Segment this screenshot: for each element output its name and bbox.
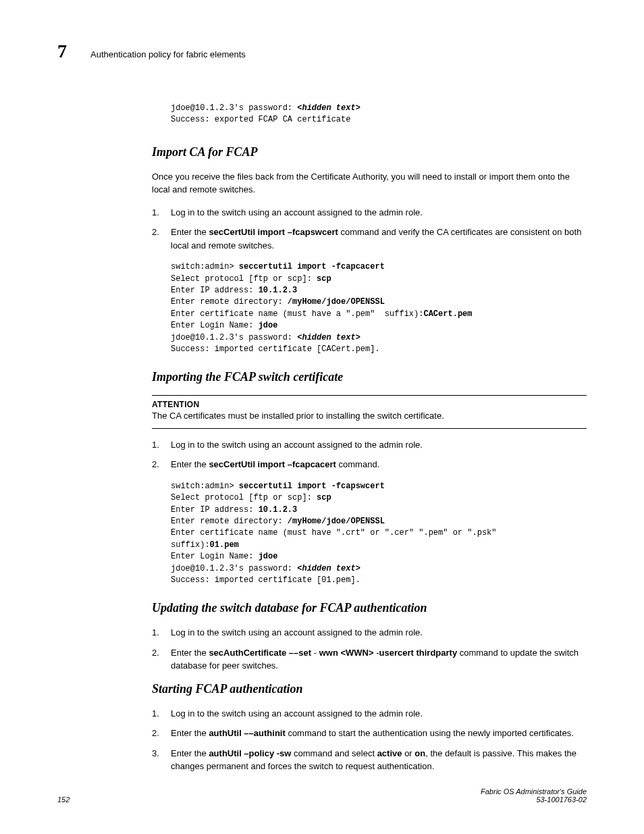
code-text: Enter remote directory:	[171, 297, 288, 307]
code-text: Enter remote directory:	[171, 517, 288, 526]
section-heading-updating-db: Updating the switch database for FCAP au…	[152, 601, 587, 615]
code-bold: 01.pem	[210, 540, 239, 550]
step-bold: wwn <WWN>	[319, 648, 374, 658]
section-heading-starting-fcap: Starting FCAP authentication	[152, 682, 587, 696]
steps-list: Log in to the switch using an account as…	[152, 626, 587, 673]
code-bold: jdoe	[259, 321, 278, 330]
code-bold: <hidden text>	[297, 103, 360, 113]
step-item: Enter the authUtil ––authinit command to…	[152, 727, 587, 740]
step-bold: usercert thirdparty	[379, 648, 458, 658]
step-text: command.	[336, 459, 379, 469]
step-bold: secCertUtil import –fcapswcert	[209, 227, 338, 237]
code-text: Enter IP address:	[171, 286, 259, 295]
step-text: or	[402, 748, 415, 758]
code-text: jdoe@10.1.2.3's password:	[171, 103, 297, 113]
step-item: Enter the secCertUtil import –fcapcacert…	[152, 458, 587, 471]
step-bold: on	[414, 748, 425, 758]
steps-list: Log in to the switch using an account as…	[152, 206, 587, 253]
step-text: -	[374, 648, 379, 658]
step-text: Log in to the switch using an account as…	[171, 708, 423, 719]
step-text: command and select	[291, 748, 377, 758]
attention-body: The CA certificates must be installed pr…	[152, 409, 587, 423]
attention-title: ATTENTION	[152, 400, 587, 409]
code-text: Success: imported certificate [01.pem].	[171, 575, 360, 585]
step-text: Enter the	[171, 227, 209, 237]
steps-list: Log in to the switch using an account as…	[152, 438, 587, 471]
code-bold: scp	[317, 274, 331, 284]
step-text: Enter the	[171, 728, 209, 738]
code-bold: jdoe	[259, 552, 278, 561]
code-block-top: jdoe@10.1.2.3's password: <hidden text> …	[171, 103, 587, 126]
code-text: suffix):	[171, 540, 210, 550]
step-text: command to start the authentication usin…	[286, 728, 574, 738]
code-text: switch:admin>	[171, 481, 239, 491]
code-bold: 10.1.2.3	[259, 286, 298, 295]
step-text: Log in to the switch using an account as…	[171, 627, 423, 637]
code-bold: 10.1.2.3	[259, 505, 298, 515]
step-text: Enter the	[171, 459, 209, 469]
step-item: Enter the secCertUtil import –fcapswcert…	[152, 226, 587, 252]
step-bold: active	[377, 748, 402, 758]
chapter-number: 7	[57, 41, 67, 62]
code-bold: seccertutil import -fcapswcert	[239, 481, 385, 491]
step-item: Log in to the switch using an account as…	[152, 626, 587, 640]
footer-docnum: 53-1001763-02	[481, 796, 587, 804]
step-text: Log in to the switch using an account as…	[171, 440, 423, 450]
code-text: Enter IP address:	[171, 505, 259, 515]
step-bold: secCertUtil import –fcapcacert	[209, 459, 336, 469]
section-heading-import-switch-cert: Importing the FCAP switch certificate	[152, 370, 587, 384]
attention-box: ATTENTION The CA certificates must be in…	[152, 395, 587, 429]
section-intro: Once you receive the files back from the…	[152, 170, 587, 197]
step-bold: authUtil ––authinit	[209, 728, 285, 738]
code-block-switch-cert: switch:admin> seccertutil import -fcapsw…	[171, 481, 587, 587]
step-item: Log in to the switch using an account as…	[152, 438, 587, 452]
code-text: switch:admin>	[171, 262, 239, 271]
code-bold: CACert.pem	[423, 309, 472, 319]
page-number: 152	[57, 796, 70, 804]
code-text: Select protocol [ftp or scp]:	[171, 493, 317, 502]
code-text: Success: imported certificate [CACert.pe…	[171, 344, 380, 354]
page-footer: 152 Fabric OS Administrator's Guide 53-1…	[57, 787, 587, 804]
step-text: -	[311, 648, 319, 658]
code-text: jdoe@10.1.2.3's password:	[171, 564, 297, 573]
step-bold: authUtil –policy -sw	[209, 748, 291, 758]
section-heading-import-ca: Import CA for FCAP	[152, 145, 587, 159]
code-bold: /myHome/jdoe/OPENSSL	[288, 517, 385, 526]
code-text: jdoe@10.1.2.3's password:	[171, 333, 297, 342]
step-text: Enter the	[171, 748, 209, 758]
step-bold: secAuthCertificate ––set	[209, 648, 311, 658]
step-text: Enter the	[171, 648, 209, 658]
step-item: Log in to the switch using an account as…	[152, 707, 587, 721]
step-item: Log in to the switch using an account as…	[152, 206, 587, 219]
step-item: Enter the secAuthCertificate ––set - wwn…	[152, 646, 587, 673]
step-item: Enter the authUtil –policy -sw command a…	[152, 747, 587, 773]
code-bold: /myHome/jdoe/OPENSSL	[288, 297, 385, 307]
code-bold: seccertutil import -fcapcacert	[239, 262, 385, 271]
code-text: Select protocol [ftp or scp]:	[171, 274, 317, 284]
code-bold: <hidden text>	[297, 564, 360, 573]
page-header: 7 Authentication policy for fabric eleme…	[57, 41, 587, 62]
code-text: Enter Login Name:	[171, 552, 259, 561]
code-bold: scp	[317, 493, 331, 502]
header-title: Authentication policy for fabric element…	[90, 49, 246, 59]
step-text: Log in to the switch using an account as…	[171, 207, 423, 217]
steps-list: Log in to the switch using an account as…	[152, 707, 587, 773]
footer-guide: Fabric OS Administrator's Guide	[481, 787, 587, 796]
code-text: Success: exported FCAP CA certificate	[171, 115, 350, 124]
code-block-import-ca: switch:admin> seccertutil import -fcapca…	[171, 261, 587, 355]
code-text: Enter Login Name:	[171, 321, 259, 330]
code-text: Enter certificate name (must have ".crt"…	[171, 528, 502, 538]
code-bold: <hidden text>	[297, 333, 360, 342]
code-text: Enter certificate name (must have a ".pe…	[171, 309, 423, 319]
page-content: jdoe@10.1.2.3's password: <hidden text> …	[152, 103, 587, 773]
footer-right: Fabric OS Administrator's Guide 53-10017…	[481, 787, 587, 804]
